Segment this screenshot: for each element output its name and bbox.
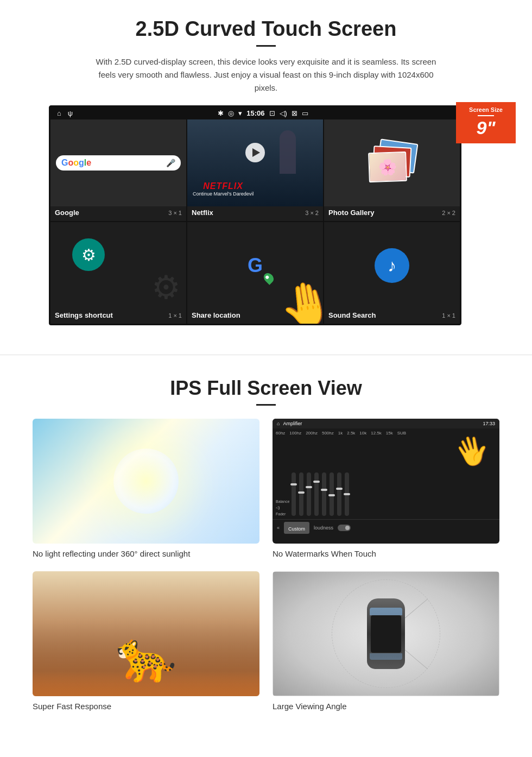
feature-amplifier: ⌂ Amplifier 17:33 60hz 100hz 200hz 500hz… bbox=[273, 419, 499, 558]
amp-home-icon: ⌂ bbox=[277, 421, 280, 426]
feature-sunlight-label: No light reflecting under 360° direct su… bbox=[33, 549, 259, 558]
settings-app-name: Settings shortcut bbox=[55, 311, 113, 319]
car-windshield bbox=[370, 608, 402, 615]
section1-description: With 2.5D curved-display screen, this de… bbox=[92, 55, 440, 94]
amp-freq-2k5: 2.5k bbox=[347, 431, 355, 436]
settings-ghost: ⚙ bbox=[151, 268, 181, 306]
amp-label-balance: Balance bbox=[276, 500, 289, 503]
car-circle-container bbox=[332, 579, 440, 688]
photo-gallery-app-cell[interactable]: 🌸 Photo Gallery 2 × 2 bbox=[324, 119, 460, 221]
amp-slider-8[interactable] bbox=[345, 472, 349, 516]
amp-slider-3[interactable] bbox=[307, 472, 311, 516]
usb-icon: ψ bbox=[68, 109, 73, 117]
photo-stack: 🌸 bbox=[368, 138, 416, 187]
feature-sunlight: No light reflecting under 360° direct su… bbox=[33, 419, 259, 558]
wifi-icon: ▾ bbox=[238, 109, 242, 117]
amp-title: Amplifier bbox=[283, 421, 302, 426]
amp-thumb-5 bbox=[321, 489, 327, 491]
feature-sunlight-image bbox=[33, 419, 259, 544]
sunlight-visual bbox=[33, 419, 259, 544]
car-visual bbox=[273, 571, 499, 696]
amp-slider-1[interactable] bbox=[292, 472, 296, 516]
car-rear-glass bbox=[370, 653, 402, 660]
sound-label-row: Sound Search 1 × 1 bbox=[324, 309, 460, 324]
feature-car-image bbox=[273, 571, 499, 696]
sound-search-content: ♪ bbox=[324, 222, 460, 309]
android-screen: ⌂ ψ ✱ ◎ ▾ 15:06 ⊡ ◁) ⊠ ▭ bbox=[49, 105, 461, 325]
netflix-subtitle: Continue Marvel's Daredevil bbox=[193, 191, 254, 197]
google-app-name: Google bbox=[55, 209, 79, 217]
netflix-app-name: Netflix bbox=[192, 209, 213, 217]
google-app-size: 3 × 1 bbox=[168, 210, 182, 216]
amp-freq-500hz: 500hz bbox=[322, 431, 334, 436]
share-location-content: G 🤚 bbox=[187, 222, 323, 309]
settings-app-cell[interactable]: ⚙ ⚙ Settings shortcut 1 × 1 bbox=[50, 222, 186, 324]
photo-app-name: Photo Gallery bbox=[328, 209, 375, 217]
amp-thumb-8 bbox=[344, 493, 350, 495]
amplifier-visual: ⌂ Amplifier 17:33 60hz 100hz 200hz 500hz… bbox=[273, 419, 499, 544]
amp-freq-100hz: 100hz bbox=[289, 431, 301, 436]
amp-slider-7[interactable] bbox=[337, 472, 341, 516]
amp-slider-5[interactable] bbox=[322, 472, 326, 516]
status-bar-center: ✱ ◎ ▾ 15:06 ⊡ ◁) ⊠ ▭ bbox=[218, 109, 308, 117]
sound-search-app-cell[interactable]: ♪ Sound Search 1 × 1 bbox=[324, 222, 460, 324]
volume-icon[interactable]: ◁) bbox=[280, 109, 287, 117]
section1-divider bbox=[256, 45, 276, 47]
amp-custom-button[interactable]: Custom bbox=[284, 522, 309, 534]
hand-icon: 🤚 bbox=[276, 275, 323, 324]
sunlight-glow bbox=[113, 449, 179, 514]
music-note-icon: ♪ bbox=[388, 256, 396, 276]
gmaps-pin-icon bbox=[262, 271, 275, 285]
share-app-name: Share location bbox=[192, 311, 240, 319]
home-icon[interactable]: ⌂ bbox=[57, 109, 61, 117]
amp-freq-sub: SUB bbox=[397, 431, 406, 436]
netflix-app-cell[interactable]: NETFLIX Continue Marvel's Daredevil Netf… bbox=[187, 119, 323, 221]
google-search-bar[interactable]: Google 🎤 bbox=[56, 155, 181, 171]
amp-thumb-7 bbox=[336, 488, 343, 490]
camera-icon[interactable]: ⊡ bbox=[269, 109, 275, 117]
share-location-app-cell[interactable]: G 🤚 Share location 1 × 1 bbox=[187, 222, 323, 324]
amp-freq-200hz: 200hz bbox=[306, 431, 318, 436]
amp-loudness-toggle[interactable] bbox=[338, 525, 351, 531]
amp-slider-6[interactable] bbox=[330, 472, 334, 516]
amp-back-icon[interactable]: « bbox=[277, 525, 280, 531]
amp-custom-label: Custom bbox=[288, 526, 305, 532]
amp-slider-4[interactable] bbox=[314, 472, 319, 516]
section-curved-screen: 2.5D Curved Touch Screen With 2.5D curve… bbox=[0, 0, 532, 338]
settings-cell-content: ⚙ ⚙ bbox=[50, 222, 186, 309]
settings-icon-circle: ⚙ bbox=[72, 238, 105, 271]
badge-divider bbox=[478, 115, 494, 116]
netflix-logo: NETFLIX bbox=[193, 181, 254, 191]
photo-card-3: 🌸 bbox=[368, 152, 407, 182]
section-divider-hr bbox=[0, 355, 532, 355]
amp-thumb-6 bbox=[328, 494, 335, 496]
settings-app-size: 1 × 1 bbox=[168, 312, 182, 319]
google-app-cell[interactable]: Google 🎤 Google 3 × 1 bbox=[50, 119, 186, 221]
feature-amplifier-image: ⌂ Amplifier 17:33 60hz 100hz 200hz 500hz… bbox=[273, 419, 499, 544]
gmaps-g-icon: G bbox=[248, 254, 263, 277]
gps-icon: ◎ bbox=[228, 109, 234, 117]
flower-icon: 🌸 bbox=[378, 157, 397, 176]
google-cell-content: Google 🎤 bbox=[50, 119, 186, 206]
amp-thumb-2 bbox=[298, 491, 305, 494]
netflix-label-row: Netflix 3 × 2 bbox=[187, 206, 323, 221]
netflix-play-button[interactable] bbox=[245, 143, 265, 162]
amp-slider-2[interactable] bbox=[299, 472, 303, 516]
window-icon[interactable]: ▭ bbox=[302, 109, 308, 117]
amp-freq-12k5: 12.5k bbox=[371, 431, 382, 436]
app-grid: Google 🎤 Google 3 × 1 bbox=[50, 119, 460, 324]
google-logo: Google bbox=[61, 158, 91, 168]
screen-icon[interactable]: ⊠ bbox=[292, 109, 297, 117]
amp-body: Balance ◁) Fader bbox=[273, 438, 499, 519]
google-mic-icon[interactable]: 🎤 bbox=[166, 159, 175, 167]
photo-gallery-content: 🌸 bbox=[324, 119, 460, 206]
amp-header: ⌂ Amplifier 17:33 bbox=[273, 419, 499, 428]
status-time: 15:06 bbox=[246, 109, 264, 117]
netflix-brand: NETFLIX Continue Marvel's Daredevil bbox=[193, 181, 254, 197]
status-bar: ⌂ ψ ✱ ◎ ▾ 15:06 ⊡ ◁) ⊠ ▭ bbox=[50, 107, 460, 119]
bluetooth-icon: ✱ bbox=[218, 109, 224, 117]
amp-footer: « Custom loudness bbox=[273, 519, 499, 536]
feature-car: Large Viewing Angle bbox=[273, 571, 499, 711]
gmaps-container: G bbox=[240, 250, 270, 281]
section1-title: 2.5D Curved Touch Screen bbox=[33, 17, 499, 41]
